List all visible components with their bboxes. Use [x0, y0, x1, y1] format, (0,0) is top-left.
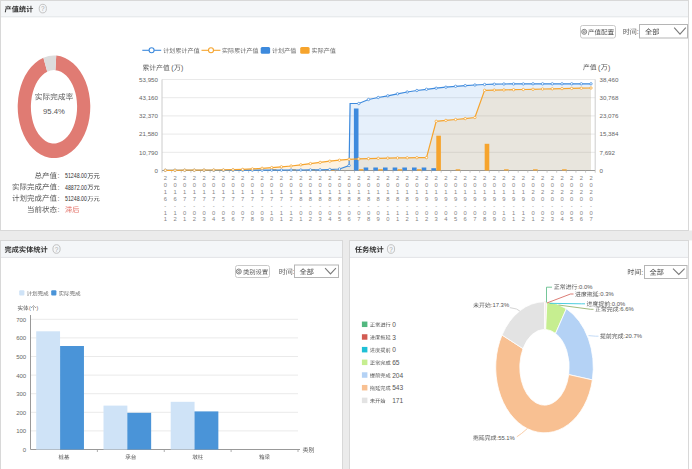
- svg-text:204: 204: [392, 372, 403, 379]
- svg-text:?: ?: [41, 5, 45, 12]
- svg-text::: :: [58, 194, 60, 203]
- svg-text:): ): [37, 305, 39, 311]
- svg-text:2018-08: 2018-08: [367, 175, 370, 222]
- svg-text:2019-12: 2019-12: [522, 175, 525, 222]
- svg-text:2017-11: 2017-11: [280, 175, 283, 222]
- svg-text:543: 543: [392, 384, 403, 391]
- svg-text:700: 700: [16, 317, 27, 323]
- svg-text:): ): [608, 64, 610, 72]
- svg-text:2019-10: 2019-10: [502, 175, 505, 222]
- svg-text:100: 100: [16, 428, 27, 434]
- svg-text:95.4%: 95.4%: [43, 107, 65, 116]
- svg-text:51248.00: 51248.00: [65, 194, 87, 203]
- svg-text:0: 0: [392, 321, 396, 328]
- svg-text:43,160: 43,160: [139, 94, 158, 101]
- svg-text:0: 0: [155, 167, 159, 174]
- svg-text:3: 3: [392, 334, 396, 341]
- svg-text:2019-05: 2019-05: [454, 175, 457, 222]
- svg-text:2017-12: 2017-12: [289, 175, 292, 222]
- svg-text:500: 500: [16, 354, 27, 360]
- svg-text:0: 0: [600, 167, 604, 174]
- svg-text:171: 171: [392, 397, 403, 404]
- svg-text:48872.00: 48872.00: [65, 183, 87, 192]
- svg-text::17.3%: :17.3%: [491, 302, 510, 308]
- svg-text::: :: [58, 183, 60, 192]
- svg-text:15,384: 15,384: [600, 130, 619, 137]
- svg-text:): ): [181, 64, 183, 72]
- svg-text:2017-05: 2017-05: [222, 175, 225, 222]
- svg-text:2016-11: 2016-11: [164, 175, 167, 222]
- svg-text:2018-06: 2018-06: [347, 175, 350, 222]
- svg-text:2017-02: 2017-02: [193, 175, 196, 222]
- svg-text:2018-01: 2018-01: [299, 175, 302, 222]
- svg-text:200: 200: [16, 410, 27, 416]
- svg-text::0.3%: :0.3%: [599, 291, 615, 297]
- svg-text:38,460: 38,460: [600, 76, 619, 83]
- svg-text::6.6%: :6.6%: [619, 306, 635, 312]
- svg-text:2018-02: 2018-02: [309, 175, 312, 222]
- svg-text::: :: [58, 171, 60, 180]
- svg-text:65: 65: [392, 359, 400, 366]
- svg-text::: :: [637, 28, 639, 35]
- svg-text:2019-06: 2019-06: [464, 175, 467, 222]
- svg-text:2018-10: 2018-10: [386, 175, 389, 222]
- svg-text:2018-03: 2018-03: [318, 175, 321, 222]
- svg-text:2018-09: 2018-09: [377, 175, 380, 222]
- svg-text:(: (: [29, 305, 31, 311]
- svg-text:2018-11: 2018-11: [396, 175, 399, 222]
- svg-text:10,790: 10,790: [139, 149, 158, 156]
- svg-text:2017-09: 2017-09: [260, 175, 263, 222]
- svg-text:23,076: 23,076: [600, 112, 619, 119]
- svg-text:2020-06: 2020-06: [580, 175, 583, 222]
- svg-text::55.1%: :55.1%: [497, 435, 516, 441]
- svg-text:?: ?: [389, 246, 393, 253]
- svg-text:0: 0: [392, 346, 396, 353]
- svg-text:2017-10: 2017-10: [270, 175, 273, 222]
- svg-text:2020-02: 2020-02: [541, 175, 544, 222]
- svg-text:2017-06: 2017-06: [231, 175, 234, 222]
- svg-text:600: 600: [16, 335, 27, 341]
- svg-text:21,580: 21,580: [139, 130, 158, 137]
- svg-text:2019-09: 2019-09: [493, 175, 496, 222]
- svg-text:2016-12: 2016-12: [173, 175, 176, 222]
- svg-text:32,370: 32,370: [139, 112, 158, 119]
- svg-text::0.0%: :0.0%: [577, 284, 593, 290]
- svg-text:2020-07: 2020-07: [589, 175, 592, 222]
- svg-text:400: 400: [16, 373, 27, 379]
- svg-text:53,950: 53,950: [139, 76, 158, 83]
- svg-text:2018-05: 2018-05: [338, 175, 341, 222]
- svg-text:2020-01: 2020-01: [531, 175, 534, 222]
- svg-text::: :: [58, 205, 60, 214]
- svg-text:30,768: 30,768: [600, 94, 619, 101]
- svg-text:2020-05: 2020-05: [570, 175, 573, 222]
- svg-text:7,692: 7,692: [600, 149, 616, 156]
- svg-text:2019-11: 2019-11: [512, 175, 515, 222]
- svg-text:2017-01: 2017-01: [183, 175, 186, 222]
- svg-text:2019-07: 2019-07: [473, 175, 476, 222]
- svg-text::: :: [641, 269, 643, 276]
- svg-text:2018-07: 2018-07: [357, 175, 360, 222]
- svg-text:300: 300: [16, 391, 27, 397]
- svg-text:2017-07: 2017-07: [241, 175, 244, 222]
- svg-text:2019-01: 2019-01: [415, 175, 418, 222]
- svg-text:2020-03: 2020-03: [551, 175, 554, 222]
- svg-text:51248.00: 51248.00: [65, 171, 87, 180]
- svg-text:?: ?: [55, 246, 59, 253]
- svg-text:2017-08: 2017-08: [251, 175, 254, 222]
- svg-text:2019-08: 2019-08: [483, 175, 486, 222]
- svg-text:2017-03: 2017-03: [202, 175, 205, 222]
- svg-text:2019-02: 2019-02: [425, 175, 428, 222]
- svg-text:2018-12: 2018-12: [406, 175, 409, 222]
- svg-text::20.7%: :20.7%: [624, 333, 643, 339]
- svg-text:2019-03: 2019-03: [435, 175, 438, 222]
